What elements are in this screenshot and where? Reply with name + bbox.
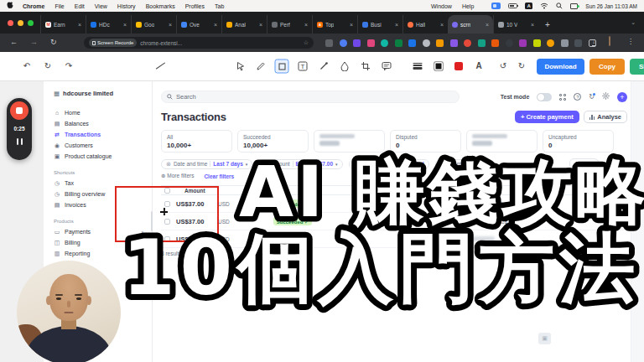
extension-icon[interactable] <box>395 39 402 47</box>
close-window-button[interactable] <box>8 20 13 26</box>
wifi-icon[interactable] <box>540 3 548 9</box>
tab-close-icon[interactable]: × <box>350 22 353 28</box>
extension-icon[interactable] <box>325 39 333 47</box>
browser-tab-ove[interactable]: Ove× <box>176 15 221 34</box>
tab-close-icon[interactable]: × <box>440 22 444 28</box>
menu-item-window[interactable]: Window <box>431 3 452 9</box>
amount-filter-chip[interactable]: ⊗ Amount Exactly $37.00 ▾ <box>258 159 342 169</box>
menu-item-profiles[interactable]: Profiles <box>185 3 205 9</box>
remove-filter-icon[interactable]: ⊗ <box>440 161 445 168</box>
display-status-icon[interactable] <box>570 3 578 9</box>
chrome-menu-icon[interactable]: ⋮ <box>627 39 634 45</box>
address-bar[interactable]: Screen Recorde chrome-extensi... ☆ <box>84 37 314 49</box>
extension-icon[interactable] <box>450 39 458 47</box>
connected-accounts-icon[interactable] <box>559 94 566 101</box>
tab-close-icon[interactable]: × <box>531 22 534 28</box>
menu-item-history[interactable]: History <box>117 3 136 9</box>
stop-recording-button[interactable] <box>10 101 29 120</box>
remove-filter-icon[interactable]: ⊗ <box>354 161 359 168</box>
status-card-blurred[interactable] <box>314 130 385 153</box>
status-filter-chip[interactable]: ⊗ Succeeded <box>349 159 429 169</box>
minimize-window-button[interactable] <box>18 20 23 26</box>
extension-icon[interactable] <box>547 39 554 47</box>
extension-icon[interactable] <box>506 39 513 47</box>
webcam-overlay[interactable] <box>17 261 121 362</box>
extension-icon[interactable] <box>561 39 569 47</box>
tab-search-chevron-icon[interactable]: ⌄ <box>631 19 636 26</box>
table-row[interactable]: US$37.00USDSucceeded ✓5:18 <box>161 195 627 213</box>
menu-item-edit[interactable]: Edit <box>75 3 85 9</box>
battery-icon[interactable] <box>508 3 517 8</box>
feedback-widget-icon[interactable]: ▣ <box>538 333 551 344</box>
analyse-button[interactable]: Analyse <box>584 111 627 123</box>
menu-item-bookmarks[interactable]: Bookmarks <box>146 3 175 9</box>
apple-logo-icon[interactable] <box>7 2 13 10</box>
back-button[interactable]: ← <box>10 39 18 46</box>
sidebar-item-transactions[interactable]: ⇄Transactions <box>54 129 152 140</box>
extension-icon[interactable] <box>408 39 416 47</box>
reset-button[interactable]: ↻ <box>44 62 51 70</box>
forward-button[interactable]: → <box>30 39 38 46</box>
status-card-blurred[interactable] <box>466 130 538 153</box>
browser-tab-10-v[interactable]: 10 V× <box>493 15 538 34</box>
input-source-icon[interactable]: A <box>525 3 532 9</box>
sidebar-item-home[interactable]: ⌂Home <box>54 107 152 118</box>
tab-close-icon[interactable]: × <box>486 22 489 28</box>
export-button[interactable]: Export <box>569 158 599 169</box>
sidebar-item-customers[interactable]: ◉Customers <box>54 140 152 151</box>
help-icon[interactable]: ? <box>574 93 581 101</box>
extension-icon[interactable] <box>478 39 486 47</box>
profile-avatar[interactable] <box>609 38 610 45</box>
menu-item-view[interactable]: View <box>95 3 107 9</box>
browser-tab-scrn[interactable]: scrn× <box>448 15 493 34</box>
browser-tab-anal[interactable]: Anal× <box>221 15 267 34</box>
undo-button[interactable]: ↶ <box>23 62 30 70</box>
account-switcher[interactable]: ▦ hdcourse limited <box>54 90 152 97</box>
menu-item-file[interactable]: File <box>55 3 64 9</box>
sidebar-item-product-catalogue[interactable]: ▣Product catalogue <box>54 151 152 162</box>
tab-close-icon[interactable]: × <box>259 22 262 28</box>
rotate-left-button[interactable]: ↺ <box>500 62 506 70</box>
tab-close-icon[interactable]: × <box>214 22 217 28</box>
browser-tab-hall[interactable]: Hall× <box>402 15 448 34</box>
screen-recording-status-icon[interactable] <box>491 3 501 9</box>
extension-icon[interactable] <box>519 39 527 47</box>
table-row[interactable]: US$37.00USDSucceeded ✓ <box>161 230 627 248</box>
more-filters-button[interactable]: ⊕ More filters <box>161 173 194 179</box>
browser-tab-earn[interactable]: MEarn× <box>40 15 86 34</box>
date-filter-chip[interactable]: ⊗ Date and time Last 7 days ▾ <box>161 159 252 169</box>
extension-icon[interactable] <box>423 39 430 47</box>
remove-filter-icon[interactable]: ⊗ <box>166 161 171 168</box>
download-button[interactable]: Download <box>537 59 584 75</box>
zoom-window-button[interactable] <box>28 20 34 26</box>
tab-close-icon[interactable]: × <box>123 22 127 28</box>
browser-tab-goo[interactable]: Goo× <box>131 15 176 34</box>
status-card-uncaptured[interactable]: Uncaptured0 <box>543 130 614 153</box>
share-button[interactable]: Share <box>630 59 644 75</box>
extension-icon[interactable] <box>381 39 388 47</box>
status-card-all[interactable]: All10,000+ <box>161 130 232 153</box>
quick-add-button[interactable]: + <box>617 92 627 102</box>
browser-tab-busi[interactable]: Busi× <box>357 15 402 34</box>
tab-close-icon[interactable]: × <box>304 22 308 28</box>
pause-recording-button[interactable] <box>17 138 23 145</box>
bookmark-star-icon[interactable]: ☆ <box>304 39 309 46</box>
extension-icon[interactable] <box>574 39 582 47</box>
rotate-right-button[interactable]: ↻ <box>518 62 525 70</box>
menu-item-chrome[interactable]: Chrome <box>23 3 44 9</box>
browser-tab-top[interactable]: aTop× <box>312 15 357 34</box>
clear-filters-button[interactable]: Clear filters <box>204 173 234 179</box>
tab-close-icon[interactable]: × <box>169 22 172 28</box>
menu-item-help[interactable]: Help <box>462 3 474 9</box>
spotlight-search-icon[interactable] <box>556 3 563 9</box>
copy-button[interactable]: Copy <box>589 59 625 75</box>
sidebar-item-reporting[interactable]: ▥Reporting▾ <box>54 248 152 259</box>
extension-icon[interactable] <box>533 39 541 47</box>
settings-gear-icon[interactable] <box>602 92 610 101</box>
extension-icon[interactable] <box>340 39 347 47</box>
status-card-succeeded[interactable]: Succeeded10,000+ <box>237 130 309 153</box>
create-payment-button[interactable]: + Create payment <box>515 111 579 123</box>
test-mode-toggle[interactable] <box>537 93 552 101</box>
extension-icon[interactable] <box>367 39 375 47</box>
status-card-disputed[interactable]: Disputed0 <box>390 130 461 153</box>
